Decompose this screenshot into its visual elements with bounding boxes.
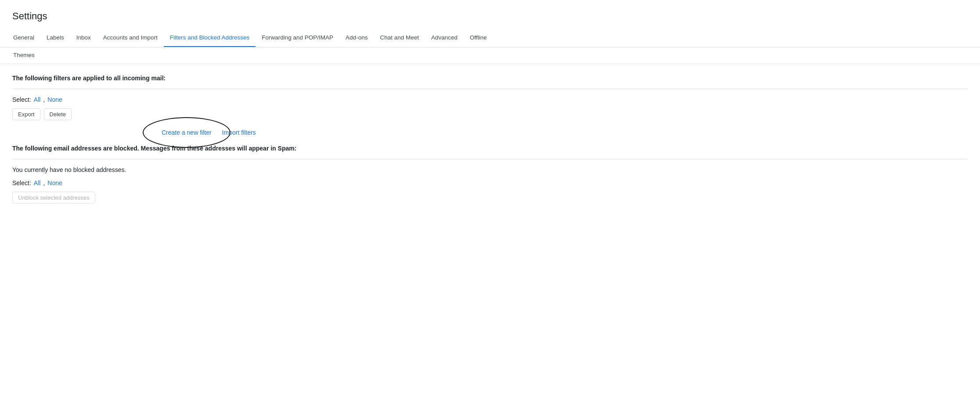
blocked-divider-top	[12, 159, 968, 159]
delete-button[interactable]: Delete	[44, 108, 72, 120]
filters-divider-top	[12, 89, 968, 89]
blocked-section: The following email addresses are blocke…	[12, 145, 968, 204]
nav-tabs: General Labels Inbox Accounts and Import…	[0, 29, 980, 47]
tab-chat[interactable]: Chat and Meet	[374, 29, 425, 47]
unblock-button[interactable]: Unblock selected addresses	[12, 192, 95, 204]
tab-inbox[interactable]: Inbox	[70, 29, 97, 47]
tab-offline[interactable]: Offline	[464, 29, 493, 47]
blocked-select-row: Select: All, None	[12, 179, 968, 186]
filters-section-header: The following filters are applied to all…	[12, 75, 968, 82]
tab-labels[interactable]: Labels	[40, 29, 70, 47]
tab-accounts[interactable]: Accounts and Import	[97, 29, 164, 47]
tab-advanced[interactable]: Advanced	[425, 29, 464, 47]
page-title: Settings	[0, 0, 980, 29]
filters-buttons-row: Export Delete	[12, 108, 968, 120]
main-content: The following filters are applied to all…	[0, 64, 980, 223]
filters-select-comma: ,	[43, 96, 45, 103]
blocked-select-none[interactable]: None	[47, 179, 62, 186]
filters-select-none[interactable]: None	[47, 96, 62, 103]
filters-select-row: Select: All, None	[12, 96, 968, 103]
filter-actions-container: Create a new filter Import filters	[162, 129, 968, 136]
no-blocked-text: You currently have no blocked addresses.	[12, 166, 968, 173]
nav-tabs-row2: Themes	[0, 47, 980, 64]
create-filter-wrapper: Create a new filter	[162, 129, 212, 136]
tab-themes[interactable]: Themes	[7, 47, 41, 64]
tab-forwarding[interactable]: Forwarding and POP/IMAP	[256, 29, 339, 47]
export-button[interactable]: Export	[12, 108, 40, 120]
filters-select-label: Select:	[12, 96, 31, 103]
tab-general[interactable]: General	[7, 29, 40, 47]
filters-section: The following filters are applied to all…	[12, 75, 968, 136]
tab-addons[interactable]: Add-ons	[339, 29, 374, 47]
blocked-select-comma: ,	[43, 179, 45, 186]
blocked-select-all[interactable]: All	[34, 179, 41, 186]
filters-select-all[interactable]: All	[34, 96, 41, 103]
import-filters-link[interactable]: Import filters	[222, 129, 256, 136]
blocked-section-header: The following email addresses are blocke…	[12, 145, 968, 152]
tab-filters[interactable]: Filters and Blocked Addresses	[164, 29, 256, 47]
create-new-filter-link[interactable]: Create a new filter	[162, 129, 212, 136]
blocked-buttons-row: Unblock selected addresses	[12, 192, 968, 204]
blocked-select-label: Select:	[12, 179, 31, 186]
